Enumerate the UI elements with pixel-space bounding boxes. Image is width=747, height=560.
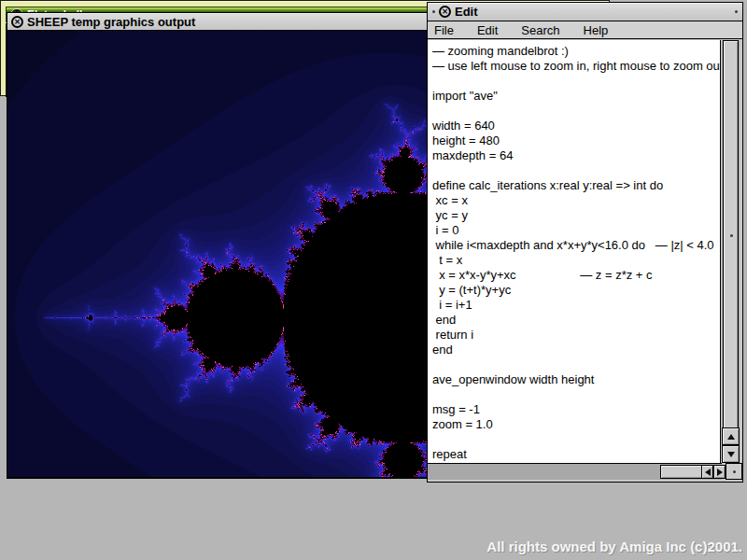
code-line: yc = y [432, 208, 720, 223]
code-line: height = 480 [432, 133, 720, 148]
edit-window-titlebar[interactable]: × Edit [428, 3, 742, 21]
code-line: i = i+1 [432, 298, 720, 313]
vertical-scrollbar[interactable] [722, 40, 740, 463]
code-line: msg = -1 [432, 402, 720, 417]
edit-menubar: FileEditSearchHelp [428, 21, 742, 39]
horizontal-scrollbar[interactable] [428, 463, 722, 480]
copyright-text: All rights owned by Amiga Inc (c)2001. [486, 539, 742, 554]
code-line: — zooming mandelbrot :) [432, 44, 720, 59]
code-line: return i [432, 328, 720, 343]
code-line [432, 104, 720, 119]
code-line: y = (t+t)*y+yc [432, 283, 720, 298]
close-icon[interactable]: × [439, 6, 451, 18]
scroll-right-button[interactable] [713, 465, 726, 479]
code-line: ave_openwindow width height [432, 372, 720, 387]
thumb-grip-icon [730, 234, 733, 237]
titlebar-dot-icon [735, 10, 738, 13]
horizontal-scrollbar-thumb[interactable] [660, 465, 703, 479]
code-line: width = 640 [432, 119, 720, 133]
window-resize-corner[interactable] [726, 463, 742, 480]
arrow-up-icon [727, 434, 735, 440]
arrow-down-icon [727, 452, 735, 457]
code-line: x = x*x-y*y+xc — z = z*z + c [432, 268, 720, 283]
code-line: zoom = 1.0 [432, 417, 720, 432]
menu-item[interactable]: File [434, 23, 454, 37]
titlebar-dot-icon [432, 10, 435, 13]
code-line [432, 387, 720, 402]
code-line: repeat [432, 447, 720, 462]
arrow-right-icon [717, 469, 723, 476]
code-line [432, 357, 720, 372]
arrow-left-icon [705, 469, 711, 476]
code-line: i = 0 [432, 223, 720, 238]
close-icon[interactable]: × [11, 16, 23, 28]
code-line: t = x [432, 253, 720, 268]
menu-item[interactable]: Search [521, 23, 559, 37]
menu-item[interactable]: Edit [477, 23, 498, 37]
scroll-down-button[interactable] [722, 445, 740, 463]
code-line: maxdepth = 64 [432, 148, 720, 163]
edit-window-title: Edit [455, 5, 478, 19]
edit-window: × Edit FileEditSearchHelp — zooming mand… [427, 2, 743, 483]
code-line: — use left mouse to zoom in, right mouse… [432, 59, 720, 74]
resize-grip-icon [733, 470, 736, 473]
code-editor-area[interactable]: — zooming mandelbrot :)— use left mouse … [428, 40, 721, 463]
desktop: × SHEEP temp graphics output × Edit File… [0, 0, 747, 560]
vertical-scrollbar-thumb[interactable] [723, 40, 739, 430]
code-line: end [432, 343, 720, 357]
code-line [432, 163, 720, 178]
code-line: while i<maxdepth and x*x+y*y<16.0 do — |… [432, 238, 720, 253]
scroll-up-button[interactable] [722, 427, 740, 445]
code-line [432, 432, 720, 447]
menu-item[interactable]: Help [584, 23, 609, 37]
code-line [432, 74, 720, 89]
graphics-window-title: SHEEP temp graphics output [27, 15, 195, 29]
code-line: import "ave" [432, 89, 720, 104]
code-line: xc = x [432, 193, 720, 208]
code-line: end [432, 313, 720, 328]
code-line: define calc_iterations x:real y:real => … [432, 178, 720, 193]
scroll-left-button[interactable] [701, 465, 713, 479]
